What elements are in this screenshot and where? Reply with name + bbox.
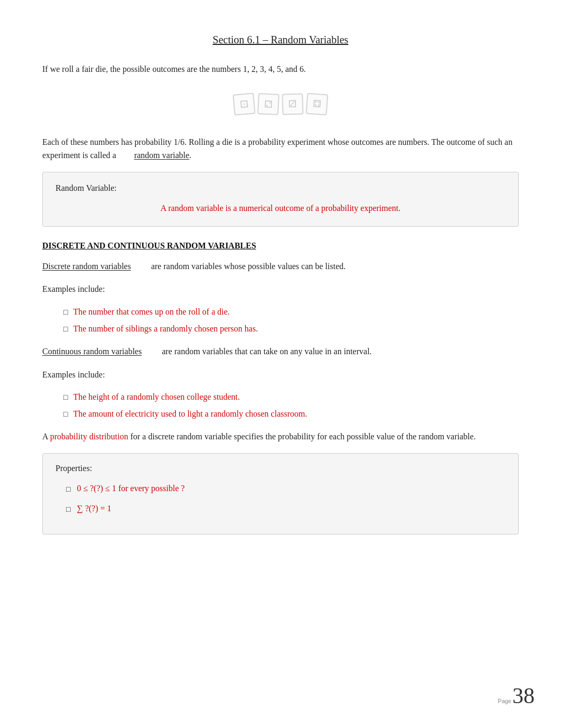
discrete-intro-paragraph: Discrete random variables are random var… [42, 260, 519, 273]
continuous-rest: are random variables that can take on an… [162, 347, 371, 356]
properties-box: Properties: □ 0 ≤ ?(?) ≤ 1 for every pos… [42, 453, 519, 535]
die-face-3: ⚂ [282, 93, 303, 115]
bullet-char-4: □ [63, 409, 68, 420]
gap-spacer-2 [133, 260, 149, 273]
continuous-example-2: □ The amount of electricity used to ligh… [63, 408, 519, 420]
die-face-4: ⚃ [306, 93, 329, 115]
discrete-example-1: □ The number that comes up on the roll o… [63, 306, 519, 318]
gap-spacer-1 [118, 149, 134, 162]
section-heading: DISCRETE AND CONTINUOUS RANDOM VARIABLES [42, 239, 519, 252]
property-1: □ 0 ≤ ?(?) ≤ 1 for every possible ? [55, 482, 506, 495]
properties-label: Properties: [55, 462, 506, 475]
prop-bullet-1: □ [66, 484, 70, 495]
discrete-examples-list: □ The number that comes up on the roll o… [63, 306, 519, 335]
examples2-label: Examples include: [42, 368, 519, 382]
continuous-example-1-text: The height of a randomly chosen college … [73, 391, 239, 403]
property-1-text: 0 ≤ ?(?) ≤ 1 for every possible ? [77, 482, 184, 495]
page-number-area: Page 38 [498, 685, 535, 707]
discrete-term: Discrete random variables [42, 262, 131, 271]
continuous-term: Continuous random variables [42, 347, 142, 356]
continuous-intro-paragraph: Continuous random variables are random v… [42, 345, 519, 358]
intro-paragraph: If we roll a fair die, the possible outc… [42, 62, 519, 76]
prop-bullet-2: □ [66, 504, 70, 515]
definition-box-label: Random Variable: [55, 182, 506, 195]
bullet-char-1: □ [63, 307, 68, 318]
discrete-example-1-text: The number that comes up on the roll of … [73, 306, 229, 318]
die-face-2: ⚁ [257, 93, 279, 115]
property-2-text: ∑ ?(?) = 1 [77, 502, 111, 515]
page-word: Page [498, 697, 511, 706]
paragraph-1-text: Each of these numbers has probability 1/… [42, 137, 512, 160]
discrete-example-2-text: The number of siblings a randomly chosen… [73, 322, 258, 335]
gap-spacer-3 [144, 345, 160, 358]
die-image: ⚀ ⚁ ⚂ ⚃ [228, 86, 333, 123]
continuous-examples-list: □ The height of a randomly chosen colleg… [63, 391, 519, 420]
random-variable-term: random variable [134, 151, 189, 160]
die-face-1: ⚀ [232, 93, 255, 115]
page-title: Section 6.1 – Random Variables [42, 32, 519, 48]
continuous-example-2-text: The amount of electricity used to light … [73, 408, 307, 420]
bullet-char-2: □ [63, 324, 68, 335]
page-num: 38 [512, 685, 535, 707]
definition-box-content: A random variable is a numerical outcome… [55, 202, 506, 215]
die-faces: ⚀ ⚁ ⚂ ⚃ [233, 94, 328, 115]
examples1-label: Examples include: [42, 282, 519, 296]
prob-dist-paragraph: A probability distribution for a discret… [42, 430, 519, 444]
prob-dist-after: for a discrete random variable specifies… [130, 432, 476, 441]
random-variable-definition-box: Random Variable: A random variable is a … [42, 172, 519, 227]
continuous-example-1: □ The height of a randomly chosen colleg… [63, 391, 519, 403]
discrete-rest: are random variables whose possible valu… [151, 262, 345, 271]
discrete-example-2: □ The number of siblings a randomly chos… [63, 322, 519, 335]
prob-dist-before: A [42, 432, 48, 441]
bullet-char-3: □ [63, 392, 68, 403]
period-1: . [189, 151, 191, 160]
property-2: □ ∑ ?(?) = 1 [55, 502, 506, 515]
paragraph-1: Each of these numbers has probability 1/… [42, 135, 519, 162]
prob-dist-term: probability distribution [50, 432, 128, 441]
